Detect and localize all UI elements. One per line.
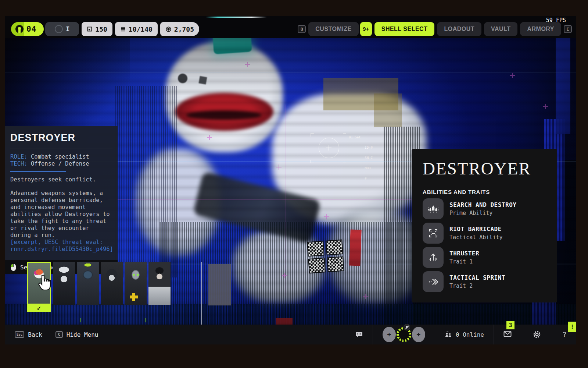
hand-cursor [37, 275, 51, 291]
selected-check: ✓ [27, 305, 51, 312]
tech-value: Offense / Defense [31, 160, 89, 167]
runner-logo-icon [15, 25, 24, 33]
stat-badge-credits: 2,705 [160, 22, 199, 36]
ability-type: Trait 2 [449, 283, 505, 289]
online-count: 0 Online [456, 331, 484, 338]
menu-tabs-group: Q CUSTOMIZE 9+ SHELL SELECT LOADOUT VAUL… [298, 22, 572, 36]
missiles-icon [423, 198, 444, 219]
shell-thumbnail-6[interactable] [148, 262, 171, 305]
friends-icon [445, 331, 452, 338]
shell-thumbnail-3[interactable] [77, 262, 99, 305]
hide-menu-control[interactable]: C Hide Menu [55, 331, 98, 338]
ability-name: THRUSTER [449, 250, 479, 257]
tab-armory[interactable]: ARMORY [520, 22, 561, 36]
c-keyhint: C [55, 331, 63, 338]
barricade-icon [423, 223, 444, 244]
rank-ring-icon [55, 25, 63, 33]
party-widget: + + [383, 327, 425, 342]
fps-counter: 59 FPS [546, 17, 566, 24]
rank-badge: I [45, 22, 79, 36]
mail-count-badge: 3 [506, 321, 514, 329]
separator [373, 325, 373, 344]
player-stats-group: 04 I 150 10/140 2,705 [11, 22, 199, 36]
help-icon[interactable]: ? [562, 330, 567, 339]
settings-gear-icon[interactable] [533, 330, 541, 339]
shell-excerpt: [excerpt, UESC threat eval: rnnr.dstryr.… [10, 239, 112, 253]
mail-widget[interactable]: 3 [503, 331, 512, 339]
shell-thumbnail-2[interactable] [53, 262, 75, 305]
ability-name: RIOT BARRICADE [449, 226, 503, 233]
cycle-left-keyhint: Q [298, 25, 306, 33]
shell-description: Advanced weapons systems, a personal def… [10, 190, 112, 239]
role-value: Combat specialist [31, 153, 89, 160]
social-cluster: + + 0 Online 3 ? [355, 325, 567, 344]
ability-name: SEARCH AND DESTROY [449, 201, 516, 208]
stack-icon [120, 26, 126, 32]
abilities-shell-title: DESTROYER [423, 159, 546, 178]
shell-role-line: ROLE: Combat specialist [10, 153, 112, 160]
abilities-panel: DESTROYER ABILITIES AND TRAITS SEARCH AN… [412, 149, 557, 302]
ability-type: Prime Ability [449, 210, 516, 216]
shell-thumbnail-5[interactable] [125, 262, 147, 305]
ability-type: Trait 1 [449, 258, 479, 265]
add-party-slot-button[interactable]: + [383, 327, 396, 342]
customize-count-badge: 9+ [360, 22, 372, 36]
online-status: 0 Online [445, 331, 484, 338]
add-party-slot-button[interactable]: + [412, 327, 425, 342]
ability-name: TACTICAL SPRINT [449, 274, 505, 281]
hide-menu-label: Hide Menu [67, 331, 98, 338]
shell-name-title: DESTROYER [10, 132, 112, 144]
carousel-divider [201, 262, 202, 325]
esc-keyhint: Esc [15, 331, 24, 338]
accent-divider [10, 171, 66, 172]
top-bar: 04 I 150 10/140 2,705 Q CUSTOMIZE 9+ [11, 22, 572, 36]
abilities-section-heading: ABILITIES AND TRAITS [423, 189, 546, 195]
shell-thumbnail-4[interactable] [101, 262, 123, 305]
credits-icon [165, 26, 172, 32]
ability-row-tactical-sprint[interactable]: TACTICAL SPRINT Trait 2 [423, 271, 546, 292]
tab-loadout[interactable]: LOADOUT [437, 22, 481, 36]
stat-badge-frames: 150 [82, 22, 112, 36]
stat-badge-capacity: 10/140 [115, 22, 158, 36]
scene-glow-line [206, 17, 267, 18]
shell-thumbnail-1-selected[interactable]: ✓ [27, 262, 51, 328]
ability-row-search-and-destroy[interactable]: SEARCH AND DESTROY Prime Ability [423, 198, 546, 219]
mail-icon [503, 331, 512, 337]
tab-customize[interactable]: CUSTOMIZE [308, 22, 358, 36]
sprint-icon [423, 271, 444, 292]
mouse-left-click-icon [11, 264, 16, 271]
frame-icon [87, 26, 93, 32]
game-viewport: 01 Set ID-P SN-C MOD # 04 I 150 [5, 16, 576, 344]
thruster-icon [423, 247, 444, 268]
check-icon: ✓ [37, 305, 42, 312]
shell-tech-line: TECH: Offense / Defense [10, 160, 112, 167]
alert-badge[interactable]: ! [568, 322, 576, 332]
divider [10, 149, 112, 149]
utility-icons: 3 ? [503, 330, 567, 339]
player-level: 04 [26, 25, 36, 33]
ability-row-thruster[interactable]: THRUSTER Trait 1 [423, 247, 546, 268]
shell-info-body: DESTROYER ROLE: Combat specialist TECH: … [5, 126, 118, 260]
mic-muted-icon [404, 324, 410, 330]
stat-value: 10/140 [129, 25, 153, 33]
ability-row-riot-barricade[interactable]: RIOT BARRICADE Tactical Ability [423, 223, 546, 244]
rank-value: I [66, 25, 69, 33]
tech-label: TECH: [10, 160, 28, 167]
tab-shell-select[interactable]: SHELL SELECT [374, 22, 435, 36]
shell-carousel: ✓ [27, 262, 171, 328]
separator [435, 325, 435, 344]
shell-info-panel: DESTROYER ROLE: Combat specialist TECH: … [5, 126, 118, 274]
role-label: ROLE: [10, 153, 28, 160]
stat-value: 2,705 [174, 25, 194, 33]
bottom-bar: Esc Back C Hide Menu + + 0 Online [5, 325, 576, 344]
player-level-badge: 04 [11, 22, 44, 36]
chat-icon[interactable] [355, 331, 363, 338]
cycle-right-keyhint: E [564, 25, 572, 33]
shell-slot-empty[interactable] [208, 264, 231, 305]
ability-type: Tactical Ability [449, 234, 503, 241]
separator [494, 325, 494, 344]
back-control[interactable]: Esc Back [15, 331, 42, 338]
back-label: Back [28, 331, 42, 338]
shell-tagline: Destroyers seek conflict. [10, 176, 112, 183]
tab-vault[interactable]: VAULT [484, 22, 517, 36]
